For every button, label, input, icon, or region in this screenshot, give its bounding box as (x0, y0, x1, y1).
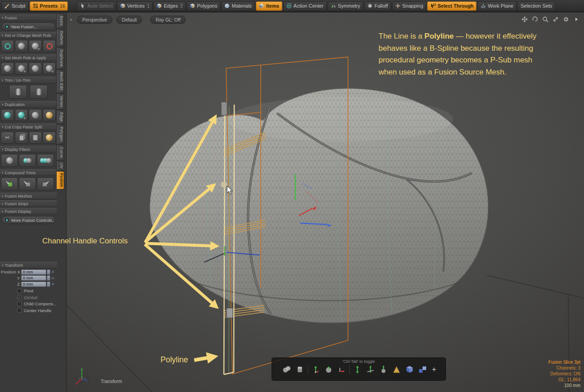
channel-knob[interactable] (51, 277, 54, 280)
tab-mesh-edit[interactable]: Mesh Edit (56, 70, 64, 92)
viewport-menu-icon[interactable] (69, 18, 73, 22)
section-header-mesh-role-apply[interactable]: ▾Set Mesh Role & Apply (0, 54, 57, 61)
trim-button[interactable] (9, 85, 27, 99)
filter-button-1[interactable] (1, 154, 18, 167)
section-header-display-filters[interactable]: ▾Display Filters (0, 146, 57, 153)
apply-role-button-2[interactable] (15, 62, 28, 75)
position-x-field[interactable]: 0 mm (21, 269, 46, 275)
cylinder-icon[interactable] (294, 364, 305, 375)
position-z-field[interactable]: 0 mm (21, 282, 46, 287)
gold-cone-icon[interactable] (391, 364, 402, 375)
channel-knob[interactable] (51, 282, 54, 286)
vertices-button[interactable]: Vertices1 (117, 1, 153, 11)
3d-viewport[interactable]: Perspective Default Ray GL: Off The Line… (67, 13, 584, 392)
sculpt-button[interactable]: Sculpt (1, 1, 29, 11)
tab-curve[interactable]: Curve (56, 145, 64, 160)
spinner-control[interactable] (47, 282, 50, 287)
red-axis-icon[interactable] (336, 364, 347, 375)
work-plane-button[interactable]: Work Plane (477, 1, 517, 11)
compound-trim-button-3[interactable] (37, 177, 54, 190)
mesh-role-remove-button[interactable] (43, 40, 56, 52)
spinner-control[interactable] (47, 275, 50, 281)
action-center-button[interactable]: Action Center (283, 1, 327, 11)
fusion-mesh-surface[interactable] (150, 88, 488, 323)
sphere-axis-icon[interactable] (323, 364, 334, 375)
apply-role-button-4[interactable] (43, 62, 56, 75)
mesh-role-trim-button[interactable] (15, 40, 28, 52)
falloff-button[interactable]: Falloff (364, 1, 391, 11)
presets-button[interactable]: Presets16 (30, 1, 68, 11)
apply-role-button-1[interactable] (1, 62, 14, 75)
section-header-mesh-role[interactable]: ▾Set or Change Mesh Role (0, 32, 57, 39)
compound-trim-button-1[interactable] (1, 177, 18, 190)
new-fusion-button[interactable]: New Fusion... (1, 22, 55, 31)
blue-cube-pair-icon[interactable] (417, 364, 428, 375)
filter-button-2[interactable] (19, 154, 36, 167)
section-header-fusion-display[interactable]: ▸Fusion Display (0, 208, 57, 215)
channel-knob[interactable] (51, 270, 54, 273)
split-button[interactable] (43, 132, 56, 144)
items-button[interactable]: Items (256, 1, 282, 11)
tab-deform[interactable]: Deform (56, 29, 64, 47)
green-arrows-icon[interactable] (352, 364, 363, 375)
axis-cross-icon[interactable] (365, 364, 376, 375)
orbit-icon[interactable] (532, 16, 538, 22)
blue-cube-icon[interactable] (404, 364, 415, 375)
section-header-duplication[interactable]: ▾Duplication (0, 101, 57, 108)
section-header-fusion-meshes[interactable]: ▸Fusion Meshes (0, 193, 57, 199)
selection-sets-button[interactable]: Selection Sets (517, 1, 555, 11)
sphere-pair-icon[interactable] (281, 364, 292, 375)
maximize-icon[interactable] (553, 16, 559, 22)
snapping-button[interactable]: Snapping (392, 1, 427, 11)
view-mode-dropdown[interactable]: Perspective (77, 16, 112, 24)
transform-header[interactable]: ▾Transform (0, 262, 57, 269)
center-handle-checkbox[interactable] (17, 308, 22, 313)
settings-gear-icon[interactable] (563, 16, 569, 22)
child-compensate-checkbox[interactable] (17, 302, 22, 306)
add-tool-button[interactable]: + (432, 366, 436, 373)
axis-sphere-icon[interactable] (378, 364, 389, 375)
select-through-button[interactable]: Select Through (427, 1, 477, 11)
tab-basic[interactable]: Basic (56, 13, 64, 28)
section-header-cut-copy[interactable]: ▾Cut Copy Paste Split (0, 123, 57, 130)
pivot-checkbox[interactable] (17, 289, 22, 293)
raygl-dropdown[interactable]: Ray GL: Off (150, 16, 186, 24)
cut-button[interactable]: ✂ (1, 132, 14, 144)
spinner-control[interactable] (47, 269, 50, 275)
gimbal-checkbox[interactable]: ✓ (17, 295, 22, 300)
tab-polygon[interactable]: Polygon (56, 124, 64, 144)
mesh-role-add-button[interactable] (29, 40, 42, 52)
symmetry-button[interactable]: Symmetry (328, 1, 364, 11)
more-fusion-controls-button[interactable]: More Fusion Controls... (1, 216, 55, 224)
section-header-fusion-strips[interactable]: ▸Fusion Strips (0, 200, 57, 207)
expand-arrow-icon[interactable] (573, 16, 580, 22)
duplicate-button-1[interactable] (1, 109, 14, 121)
shading-mode-dropdown[interactable]: Default (116, 16, 142, 24)
section-header-compound-trims[interactable]: ▾Compound Trims (0, 169, 57, 176)
paste-button[interactable] (29, 132, 42, 144)
mesh-role-primary-button[interactable] (1, 40, 14, 52)
tab-uv[interactable]: UV (56, 161, 64, 171)
polygons-button[interactable]: Polygons (187, 1, 220, 11)
tab-duplicate[interactable]: Duplicate (56, 47, 64, 69)
tab-edge[interactable]: Edge (56, 110, 64, 124)
move-tool-icon[interactable] (310, 364, 321, 375)
edges-button[interactable]: Edges2 (153, 1, 186, 11)
auto-select-button[interactable]: Auto Select (77, 1, 116, 11)
materials-button[interactable]: Materials (221, 1, 255, 11)
duplicate-button-2[interactable] (15, 109, 28, 121)
filter-button-3[interactable] (37, 154, 54, 167)
position-y-field[interactable]: 0 mm (21, 275, 46, 281)
apply-role-button-3[interactable] (29, 62, 42, 75)
copy-button[interactable] (15, 132, 28, 144)
duplicate-button-4[interactable] (43, 109, 56, 121)
tab-vertex[interactable]: Vertex (56, 93, 64, 110)
untrim-button[interactable] (30, 85, 48, 99)
section-header-fusion[interactable]: ▾Fusion (0, 14, 57, 21)
tab-fusion[interactable]: Fusion (56, 171, 64, 189)
pan-icon[interactable] (522, 16, 528, 22)
zoom-icon[interactable] (542, 16, 548, 22)
duplicate-button-3[interactable] (29, 109, 42, 121)
compound-trim-button-2[interactable] (19, 177, 36, 190)
section-header-trim[interactable]: ▾Trim / Un-Trim (0, 77, 57, 84)
